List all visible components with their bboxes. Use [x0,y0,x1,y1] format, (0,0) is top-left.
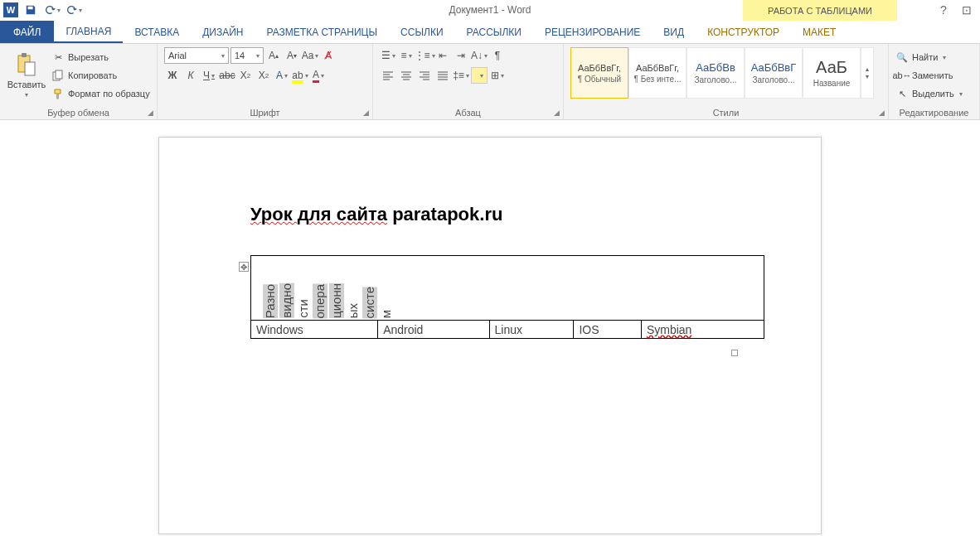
group-clipboard: Вставить ▾ ✂ Вырезать Копировать [0,44,158,119]
shrink-font-icon[interactable]: A▾ [284,47,300,64]
italic-button[interactable]: К [182,67,199,84]
align-center-icon[interactable] [398,67,415,84]
help-icon[interactable]: ? [935,2,952,18]
document-heading[interactable]: Урок для сайта paratapok.ru [250,204,730,225]
table-row[interactable]: Разно видно сти опера ционн ых систе м [251,256,764,321]
numbering-icon[interactable]: ≡ [398,47,415,64]
paste-icon [13,51,40,78]
format-painter-label: Формат по образцу [68,89,150,99]
style-name: Заголово... [695,75,737,85]
style-preview: АаБбВвГ [751,61,797,74]
brush-icon [51,87,65,100]
justify-icon[interactable] [434,67,451,84]
style-preview: АаБбВвГг, [636,63,679,73]
increase-indent-icon[interactable]: ⇥ [453,47,469,64]
style-name: ¶ Обычный [578,75,621,84]
tab-review[interactable]: РЕЦЕНЗИРОВАНИЕ [533,21,652,43]
table-cell[interactable]: Symbian [641,321,764,339]
table-cell[interactable]: Android [378,321,489,339]
subscript-button[interactable]: X2 [237,67,254,84]
word-app-icon[interactable]: W [3,2,18,17]
document-area[interactable]: Урок для сайта paratapok.ru ✥ Разно видн… [0,120,980,536]
rotated-word: опера [313,284,327,319]
strikethrough-button[interactable]: abc [219,67,235,84]
tab-view[interactable]: ВИД [652,21,696,43]
copy-button[interactable]: Копировать [51,67,150,84]
style-heading1[interactable]: АаБбВв Заголово... [686,47,745,99]
redo-icon[interactable] [65,1,83,19]
page[interactable]: Урок для сайта paratapok.ru ✥ Разно видн… [158,137,822,534]
table-resize-handle-icon[interactable] [731,350,738,356]
table-cell[interactable]: Linux [489,321,574,339]
borders-icon[interactable]: ⊞ [489,67,506,84]
table-cell[interactable]: Windows [251,321,378,339]
multilevel-list-icon[interactable]: ⋮≡ [416,47,433,64]
text-effects-icon[interactable]: A [274,67,290,84]
tab-references[interactable]: ССЫЛКИ [389,21,454,43]
paragraph-launcher-icon[interactable]: ◢ [554,109,560,117]
highlight-icon[interactable]: ab [292,67,308,84]
group-editing: 🔍 Найти ab↔ Заменить ↖ Выделить Редактир… [889,44,980,119]
table-cell[interactable]: IOS [574,321,641,339]
cut-button[interactable]: ✂ Вырезать [51,49,150,65]
tab-design[interactable]: ДИЗАЙН [191,21,255,43]
font-color-icon[interactable]: A [310,67,327,84]
ribbon: Вставить ▾ ✂ Вырезать Копировать [0,44,980,120]
line-spacing-icon[interactable]: ‡≡ [453,67,469,84]
document-title: Документ1 - Word [449,4,531,16]
cursor-icon: ↖ [895,87,909,100]
replace-button[interactable]: ab↔ Заменить [895,67,973,84]
styles-more-icon[interactable]: ▴▾ [861,47,874,99]
align-left-icon[interactable] [380,67,396,84]
style-no-spacing[interactable]: АаБбВвГг, ¶ Без инте... [628,47,686,99]
styles-launcher-icon[interactable]: ◢ [879,109,885,117]
paste-button[interactable]: Вставить ▾ [7,47,46,102]
clipboard-launcher-icon[interactable]: ◢ [148,109,153,117]
bullets-icon[interactable]: ☰ [380,47,396,64]
tab-mailings[interactable]: РАССЫЛКИ [455,21,533,43]
undo-icon[interactable] [43,1,61,19]
font-launcher-icon[interactable]: ◢ [363,109,369,117]
table-tools-contextual-tab: РАБОТА С ТАБЛИЦАМИ [743,0,897,21]
select-button[interactable]: ↖ Выделить [895,85,973,102]
ribbon-display-options-icon[interactable]: ⊡ [958,2,975,18]
style-heading2[interactable]: АаБбВвГ Заголово... [745,47,803,99]
tab-table-layout[interactable]: МАКЕТ [791,21,847,43]
sort-icon[interactable]: A↓ [471,47,488,64]
change-case-icon[interactable]: Aa [302,47,318,64]
content-table[interactable]: Разно видно сти опера ционн ых систе м W… [250,255,764,339]
style-title[interactable]: АаБ Название [803,47,861,99]
group-styles: АаБбВвГг, ¶ Обычный АаБбВвГг, ¶ Без инте… [564,44,889,119]
underline-button[interactable]: Ч [201,67,217,84]
table-move-handle-icon[interactable]: ✥ [239,262,249,272]
font-name-combo[interactable]: Arial▾ [164,47,229,64]
style-normal[interactable]: АаБбВвГг, ¶ Обычный [570,47,628,99]
group-font: Arial▾ 14▾ A▴ A▾ Aa A̸ Ж К Ч abc X2 X2 A… [158,44,373,119]
clear-formatting-icon[interactable]: A̸ [320,47,337,64]
format-painter-button[interactable]: Формат по образцу [51,85,150,102]
bold-button[interactable]: Ж [164,67,181,84]
table-header-cell[interactable]: Разно видно сти опера ционн ых систе м [251,256,764,321]
style-name: ¶ Без инте... [634,75,682,84]
tab-page-layout[interactable]: РАЗМЕТКА СТРАНИЦЫ [255,21,390,43]
grow-font-icon[interactable]: A▴ [265,47,282,64]
heading-plain-part: paratapok.ru [387,204,502,225]
style-name: Название [813,79,851,88]
tab-table-design[interactable]: КОНСТРУКТОР [696,21,791,43]
tab-home[interactable]: ГЛАВНАЯ [54,21,123,43]
tab-insert[interactable]: ВСТАВКА [123,21,191,43]
align-right-icon[interactable] [416,67,433,84]
decrease-indent-icon[interactable]: ⇤ [434,47,451,64]
show-marks-icon[interactable]: ¶ [489,47,506,64]
superscript-button[interactable]: X2 [255,67,272,84]
copy-icon [51,69,65,82]
save-icon[interactable] [22,1,40,19]
table-row[interactable]: Windows Android Linux IOS Symbian [251,321,764,339]
rotated-word: систе [362,287,377,318]
font-size-combo[interactable]: 14▾ [230,47,264,64]
styles-gallery[interactable]: АаБбВвГг, ¶ Обычный АаБбВвГг, ¶ Без инте… [570,47,881,99]
find-button[interactable]: 🔍 Найти [895,49,973,65]
tab-file[interactable]: ФАЙЛ [0,21,54,43]
svg-rect-1 [22,53,27,57]
shading-icon[interactable] [471,67,488,84]
